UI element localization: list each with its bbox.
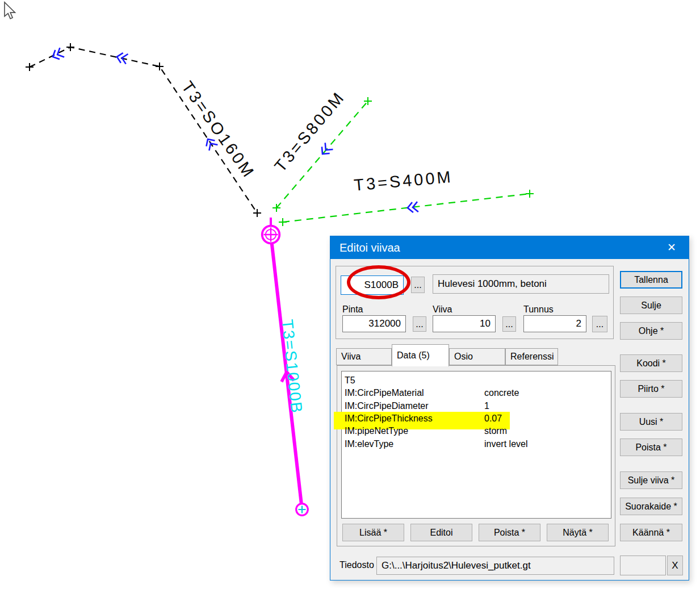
pinta-input[interactable]: 312000 (342, 315, 406, 332)
tallenna-button[interactable]: Tallenna (620, 271, 682, 289)
pipe-line-s400m[interactable] (283, 194, 530, 222)
tab-osio[interactable]: Osio (449, 348, 505, 365)
koodi-button[interactable]: Koodi * (620, 354, 682, 372)
list-item[interactable]: IM:CircPipeDiameter 1 (345, 401, 606, 414)
tiedosto-label: Tiedosto (339, 560, 374, 570)
browse-viiva-button[interactable]: ... (502, 316, 516, 332)
red-circle-annotation (347, 265, 410, 299)
list-item[interactable]: IM:elevType invert level (345, 439, 606, 452)
list-item[interactable]: T5 (345, 375, 606, 388)
browse-tunnus-button[interactable]: ... (592, 316, 607, 332)
data-value: 0.07 (484, 414, 502, 424)
sulje-viiva-button[interactable]: Sulje viiva * (620, 471, 682, 489)
flow-arrow-icon (407, 202, 418, 213)
data-key: IM:pipeNetType (345, 426, 408, 436)
flow-arrow-icon (318, 143, 333, 157)
x-button[interactable]: X (667, 556, 683, 575)
kaanna-button[interactable]: Käännä * (620, 524, 682, 541)
data-key: IM:CircPipeThickness (345, 414, 433, 424)
browse-pinta-button[interactable]: ... (413, 316, 426, 332)
ohje-button[interactable]: Ohje * (620, 322, 682, 340)
tunnus-label: Tunnus (523, 304, 554, 315)
tab-viiva[interactable]: Viiva (336, 348, 392, 365)
close-icon[interactable]: ✕ (660, 240, 683, 256)
tunnus-input[interactable]: 2 (523, 315, 586, 332)
data-value: 1 (484, 401, 489, 411)
pinta-label: Pinta (342, 304, 363, 315)
extra-field[interactable] (620, 556, 666, 575)
data-key: IM:elevType (345, 439, 393, 449)
suorakaide-button[interactable]: Suorakaide * (620, 498, 682, 515)
flow-arrow-icon (51, 48, 64, 61)
file-path-field[interactable]: G:\...\Harjoitus2\Hulevesi_putket.gt (376, 557, 614, 575)
dialog-title: Editoi viivaa (339, 241, 400, 254)
tab-data[interactable]: Data (5) (392, 344, 449, 366)
list-item[interactable]: IM:CircPipeMaterial concrete (345, 388, 606, 400)
dialog-titlebar[interactable]: Editoi viivaa ✕ (330, 236, 689, 259)
lisaa-button[interactable]: Lisää * (342, 524, 404, 541)
viiva-input[interactable]: 10 (433, 315, 496, 332)
sulje-button[interactable]: Sulje (620, 296, 682, 314)
pipe-end-node-icon[interactable] (295, 503, 309, 516)
piirto-button[interactable]: Piirto * (620, 380, 682, 398)
poista-side-button[interactable]: Poista * (620, 439, 682, 456)
viiva-label: Viiva (433, 304, 452, 315)
flow-arrow-icon (116, 52, 128, 64)
mouse-cursor-icon (0, 0, 23, 25)
data-key: T5 (345, 375, 355, 386)
uusi-button[interactable]: Uusi * (620, 413, 682, 431)
editoi-button[interactable]: Editoi (410, 524, 472, 541)
poista-list-button[interactable]: Poista * (479, 524, 540, 541)
manhole-icon[interactable] (261, 225, 280, 244)
pipeline-s400m[interactable] (279, 190, 534, 226)
tab-referenssi[interactable]: Referenssi (505, 348, 558, 365)
data-value: storm (484, 426, 507, 436)
data-key: IM:CircPipeMaterial (345, 388, 424, 398)
browse-code-button[interactable]: ... (411, 277, 425, 293)
code-description-field: Hulevesi 1000mm, betoni (433, 274, 609, 294)
list-item-highlighted[interactable]: IM:CircPipeThickness 0.07 (345, 414, 606, 426)
data-key: IM:CircPipeDiameter (345, 401, 429, 411)
list-item[interactable]: IM:pipeNetType storm (345, 426, 606, 439)
nayta-button[interactable]: Näytä * (547, 524, 609, 541)
data-value: invert level (484, 439, 527, 449)
data-value: concrete (484, 388, 519, 398)
app-stage: T3=SO160M T3=S800M T3=S400M T3=S1000B Ed… (0, 0, 700, 593)
